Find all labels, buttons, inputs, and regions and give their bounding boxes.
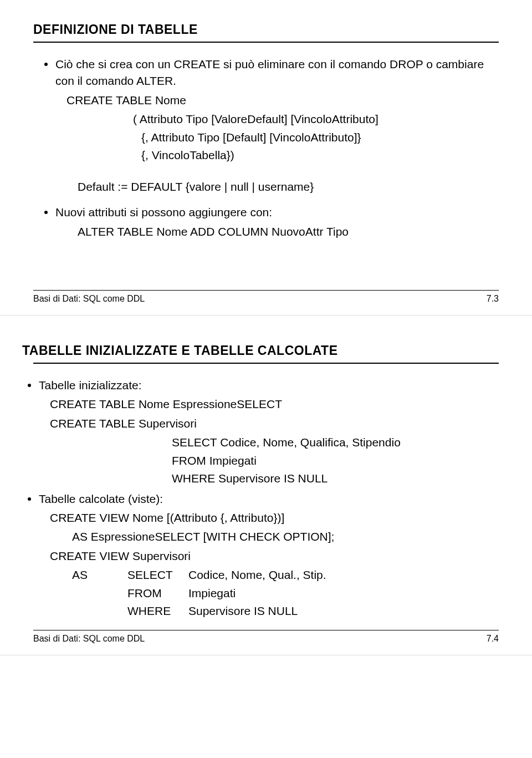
code-cell: FROM xyxy=(127,585,188,602)
footer-page-number: 7.4 xyxy=(487,634,499,644)
title-rule xyxy=(33,363,499,364)
code-row: AS SELECT Codice, Nome, Qual., Stip. xyxy=(72,567,499,583)
bullet-dot-icon xyxy=(28,497,31,501)
code-row: FROM Impiegati xyxy=(72,585,499,602)
code-line: AS EspressioneSELECT [WITH CHECK OPTION]… xyxy=(72,528,499,545)
footer-page-number: 7.3 xyxy=(487,294,499,304)
code-cell xyxy=(72,585,127,602)
code-line: {, Attributo Tipo [Default] [VincoloAttr… xyxy=(141,129,499,146)
code-line: WHERE Supervisore IS NULL xyxy=(172,470,499,487)
bullet-dot-icon xyxy=(28,384,31,387)
code-line: ( Attributo Tipo [ValoreDefault] [Vincol… xyxy=(133,111,499,128)
bullet-dot-icon xyxy=(44,211,48,214)
code-line: FROM Impiegati xyxy=(172,452,499,469)
bullet-item: Tabelle calcolate (viste): xyxy=(28,491,499,507)
bullet-text: Nuovi attributi si possono aggiungere co… xyxy=(55,204,499,221)
code-cell: SELECT xyxy=(127,567,188,583)
slide-title: TABELLE INIZIALIZZATE E TABELLE CALCOLAT… xyxy=(22,343,499,358)
slide-2: TABELLE INIZIALIZZATE E TABELLE CALCOLAT… xyxy=(0,316,532,655)
bullet-text: Tabelle inizializzate: xyxy=(39,377,499,394)
bullet-text: Tabelle calcolate (viste): xyxy=(39,491,499,507)
code-line: CREATE TABLE Supervisori xyxy=(50,415,499,432)
code-line: CREATE VIEW Supervisori xyxy=(50,548,499,564)
code-cell: AS xyxy=(72,567,127,583)
footer-left: Basi di Dati: SQL come DDL xyxy=(33,634,145,644)
code-line: SELECT Codice, Nome, Qualifica, Stipendi… xyxy=(172,434,499,451)
bullet-dot-icon xyxy=(44,63,48,66)
bullet-item: Tabelle inizializzate: xyxy=(28,377,499,394)
code-line: CREATE VIEW Nome [(Attributo {, Attribut… xyxy=(50,510,499,526)
code-cell: Codice, Nome, Qual., Stip. xyxy=(188,567,499,583)
code-cell: Impiegati xyxy=(188,585,499,602)
code-row: WHERE Supervisore IS NULL xyxy=(72,603,499,619)
code-line: Default := DEFAULT {valore | null | user… xyxy=(78,179,499,195)
footer-left: Basi di Dati: SQL come DDL xyxy=(33,294,145,304)
code-cell: WHERE xyxy=(127,603,188,619)
title-rule xyxy=(33,42,499,43)
slide-footer: Basi di Dati: SQL come DDL 7.3 xyxy=(33,290,499,304)
code-line: CREATE TABLE Nome EspressioneSELECT xyxy=(50,396,499,413)
slide-1: DEFINIZIONE DI TABELLE Ciò che si crea c… xyxy=(0,0,532,316)
code-cell xyxy=(72,603,127,619)
code-line: CREATE TABLE Nome xyxy=(66,92,499,109)
code-line: ALTER TABLE Nome ADD COLUMN NuovoAttr Ti… xyxy=(78,223,499,240)
bullet-item: Ciò che si crea con un CREATE si può eli… xyxy=(44,56,499,90)
bullet-item: Nuovi attributi si possono aggiungere co… xyxy=(44,204,499,221)
bullet-text: Ciò che si crea con un CREATE si può eli… xyxy=(55,56,499,90)
slide-title: DEFINIZIONE DI TABELLE xyxy=(33,22,499,37)
code-cell: Supervisore IS NULL xyxy=(188,603,499,619)
slide-footer: Basi di Dati: SQL come DDL 7.4 xyxy=(33,630,499,644)
code-line: {, VincoloTabella}) xyxy=(141,147,499,164)
slide-body: Tabelle inizializzate: CREATE TABLE Nome… xyxy=(33,377,499,620)
slide-body: Ciò che si crea con un CREATE si può eli… xyxy=(33,56,499,240)
